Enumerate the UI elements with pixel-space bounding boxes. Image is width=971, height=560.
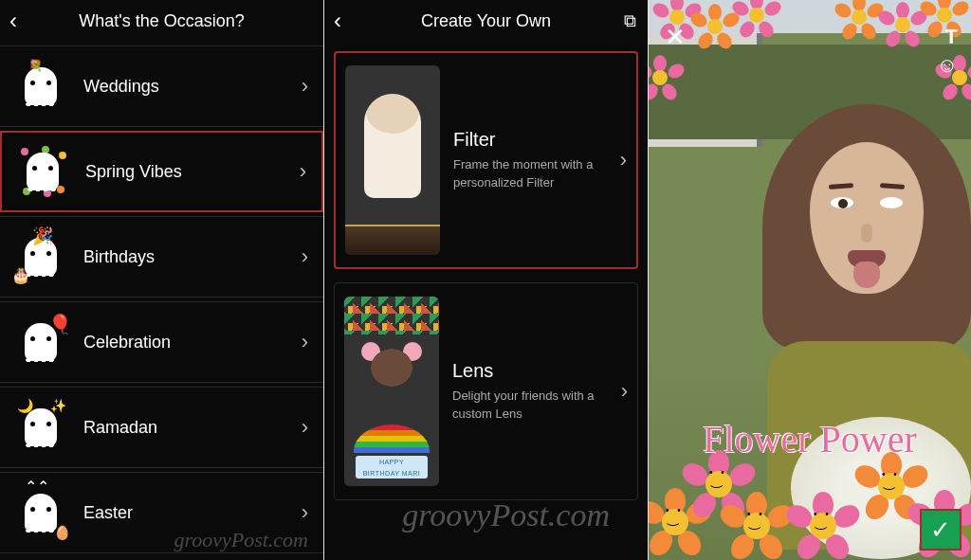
- chevron-right-icon: ›: [621, 379, 628, 404]
- card-title: Lens: [452, 360, 615, 382]
- flower-icon: [882, 4, 924, 45]
- card-description: Delight your friends with a custom Lens: [452, 388, 614, 422]
- occasion-label: Weddings: [83, 77, 302, 97]
- card-info: Filter Frame the moment with a personali…: [453, 129, 614, 190]
- text-tool-icon[interactable]: T: [945, 25, 958, 49]
- ghost-icon: 🎉 🎂: [15, 231, 66, 282]
- create-title: Create Your Own: [421, 11, 551, 31]
- chevron-right-icon: ›: [302, 244, 308, 269]
- flower-icon: [694, 6, 736, 47]
- card-info: Lens Delight your friends with a custom …: [452, 360, 615, 422]
- occasion-label: Ramadan: [83, 418, 302, 438]
- create-card-list: Filter Frame the moment with a personali…: [324, 42, 648, 510]
- chevron-right-icon: ›: [620, 148, 627, 172]
- back-icon[interactable]: ‹: [334, 9, 341, 32]
- flower-icon: [724, 494, 789, 558]
- create-card-lens[interactable]: HAPPYBIRTHDAY MARI Lens Delight your fri…: [334, 282, 638, 500]
- occasion-item-spring-vibes[interactable]: Spring Vibes ›: [0, 131, 323, 212]
- flower-icon: [649, 57, 681, 99]
- occasion-list: 💐 Weddings › Spring Vibes ›: [0, 42, 323, 553]
- check-icon: ✓: [930, 515, 951, 545]
- ghost-icon: [17, 146, 68, 197]
- occasion-item-birthdays[interactable]: 🎉 🎂 Birthdays ›: [0, 216, 323, 298]
- occasion-label: Easter: [83, 503, 302, 523]
- copy-icon[interactable]: ⧉: [624, 11, 636, 31]
- confirm-button[interactable]: ✓: [920, 509, 962, 551]
- flower-icon: [838, 0, 880, 38]
- filter-overlay-text: Flower Power: [649, 422, 971, 458]
- card-title: Filter: [453, 129, 614, 151]
- occasion-label: Celebration: [83, 333, 302, 352]
- ghost-icon: 🎈: [15, 316, 66, 368]
- back-icon[interactable]: ‹: [9, 9, 17, 32]
- occasion-title: What's the Occasion?: [79, 11, 245, 31]
- lens-preview-icon: HAPPYBIRTHDAY MARI: [344, 297, 439, 486]
- occasion-item-weddings[interactable]: 💐 Weddings ›: [0, 45, 323, 127]
- ghost-icon: 💐: [15, 61, 66, 112]
- ghost-icon: ⌃⌃ 🥚: [15, 487, 66, 538]
- close-icon[interactable]: ✕: [662, 25, 688, 51]
- occasion-item-celebration[interactable]: 🎈 Celebration ›: [0, 301, 323, 383]
- create-card-filter[interactable]: Filter Frame the moment with a personali…: [334, 51, 638, 269]
- card-description: Frame the moment with a personalized Fil…: [453, 156, 614, 190]
- occasion-item-easter[interactable]: ⌃⌃ 🥚 Easter ›: [0, 472, 323, 553]
- flower-icon: [791, 494, 855, 558]
- ghost-icon: 🌙 ✨: [15, 402, 66, 453]
- occasion-item-ramadan[interactable]: 🌙 ✨ Ramadan ›: [0, 387, 323, 468]
- sticker-tool-icon[interactable]: ☺: [937, 53, 958, 78]
- occasion-label: Birthdays: [83, 247, 302, 267]
- filter-preview-panel: ✕ T ☺ Flower Power ✓: [649, 0, 971, 560]
- create-panel: ‹ Create Your Own ⧉ Filter Frame the mom…: [324, 0, 648, 560]
- occasion-label: Spring Vibes: [85, 162, 300, 182]
- create-header: ‹ Create Your Own ⧉: [324, 0, 648, 42]
- filter-preview-icon: [345, 65, 440, 255]
- chevron-right-icon: ›: [302, 74, 308, 99]
- occasion-header: ‹ What's the Occasion?: [0, 0, 323, 42]
- flower-icon: [736, 0, 778, 36]
- chevron-right-icon: ›: [300, 159, 306, 184]
- chevron-right-icon: ›: [302, 330, 308, 354]
- chevron-right-icon: ›: [302, 415, 308, 440]
- chevron-right-icon: ›: [302, 500, 308, 525]
- occasion-panel: ‹ What's the Occasion? 💐 Weddings ›: [0, 0, 323, 560]
